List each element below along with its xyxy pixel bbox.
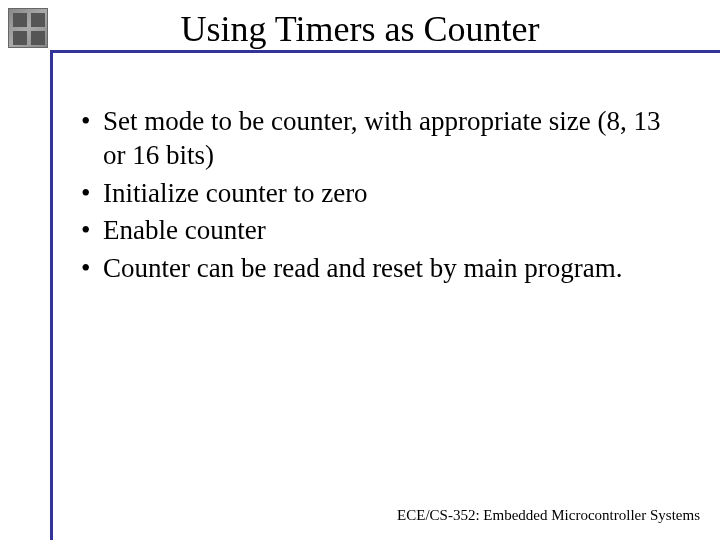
vertical-divider	[50, 50, 53, 540]
bullet-item: Set mode to be counter, with appropriate…	[75, 105, 680, 173]
bullet-item: Counter can be read and reset by main pr…	[75, 252, 680, 286]
slide-container: Using Timers as Counter Set mode to be c…	[0, 0, 720, 540]
bullet-item: Initialize counter to zero	[75, 177, 680, 211]
slide-content: Set mode to be counter, with appropriate…	[75, 105, 680, 290]
slide-footer: ECE/CS-352: Embedded Microcontroller Sys…	[397, 507, 700, 524]
bullet-item: Enable counter	[75, 214, 680, 248]
horizontal-divider	[50, 50, 720, 53]
slide-title: Using Timers as Counter	[0, 8, 720, 50]
bullet-list: Set mode to be counter, with appropriate…	[75, 105, 680, 286]
